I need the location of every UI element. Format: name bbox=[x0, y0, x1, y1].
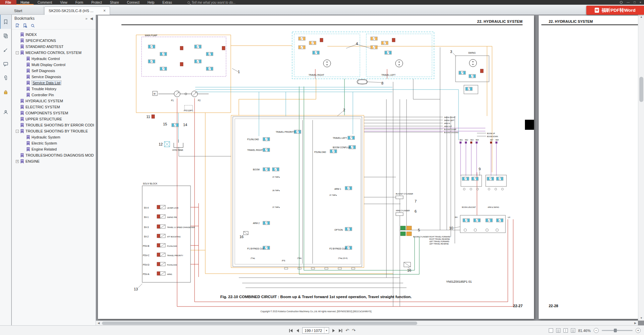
account-icon[interactable] bbox=[620, 1, 623, 4]
scroll-down-icon[interactable]: ▼ bbox=[638, 316, 644, 321]
bookmark-label: TROUBLE SHOOTING BY ERROR CODI bbox=[25, 123, 94, 127]
minimize-button[interactable]: — bbox=[627, 1, 630, 4]
sidebar-item-standard-and-test[interactable]: STANDARD ANDTEST bbox=[12, 44, 96, 50]
sidebar-item-hydraulic-system[interactable]: HYDRAULIC SYSTEM bbox=[12, 98, 96, 104]
tab-document[interactable]: SK200-SK210LC-8 (HS ... × bbox=[44, 6, 110, 15]
zoom-slider-thumb[interactable] bbox=[614, 329, 617, 332]
menu-tab-share[interactable]: Share bbox=[106, 0, 123, 5]
sidebar-item-hydraulic-control[interactable]: Hydraulic Control bbox=[12, 56, 96, 62]
menu-tab-comment[interactable]: Comment bbox=[34, 0, 56, 5]
menu-tab-view[interactable]: View bbox=[56, 0, 71, 5]
bookmark-search-icon[interactable] bbox=[23, 23, 27, 28]
bookmarks-panel-button[interactable] bbox=[0, 15, 11, 29]
next-page-button[interactable] bbox=[332, 328, 335, 333]
menu-tab-extras[interactable]: Extras bbox=[158, 0, 176, 5]
sidebar-item-engine-related[interactable]: Engine Related bbox=[12, 146, 96, 152]
copyright-line: Copyright © 2015 Kobelco Construction Ma… bbox=[98, 310, 534, 313]
sidebar-item-electric-system[interactable]: ELECTRIC SYSTEM bbox=[12, 104, 96, 110]
expand-toggle[interactable]: + bbox=[16, 160, 19, 163]
sidebar-item-components-system[interactable]: COMPONENTS SYSTEM bbox=[12, 110, 96, 116]
comments-panel-button[interactable] bbox=[0, 57, 11, 71]
bookmark-add-icon[interactable] bbox=[15, 23, 19, 28]
expand-options-icon[interactable]: » bbox=[85, 16, 87, 20]
horizontal-scroll-thumb[interactable] bbox=[102, 322, 417, 325]
tab-start[interactable]: Start bbox=[10, 6, 44, 15]
security-panel-button[interactable] bbox=[0, 85, 11, 99]
menu-tab-help[interactable]: Help bbox=[144, 0, 159, 5]
sidebar-item-troubleshooting-by-error-code[interactable]: TROUBLE SHOOTING BY ERROR CODI bbox=[12, 122, 96, 128]
diagram-label: TRAVEL RIGHT bbox=[309, 74, 324, 76]
bookmark-ribbon-icon bbox=[20, 117, 24, 121]
diagram-label: BOOM DOWN bbox=[487, 135, 498, 137]
travel-motors-group bbox=[292, 32, 434, 84]
diagram-label: BUCKET CYLINDER bbox=[396, 193, 413, 195]
single-page-view-icon[interactable] bbox=[549, 328, 553, 333]
diagram-label: SWING bbox=[468, 52, 476, 54]
sidebar-item-troubleshooting-diagnosis-mode[interactable]: TROUBLESHOOTING DIAGNOSIS MOD bbox=[12, 152, 96, 158]
document-view-area[interactable]: 22. HYDRAULIC SYSTEM bbox=[96, 15, 638, 321]
last-page-button[interactable] bbox=[338, 328, 343, 333]
diagram-label: ARM 2 bbox=[253, 222, 260, 224]
tab-document-label: SK200-SK210LC-8 (HS ... bbox=[49, 9, 94, 13]
collapse-toggle[interactable]: - bbox=[16, 130, 19, 133]
first-page-button[interactable] bbox=[288, 328, 293, 333]
scroll-up-icon[interactable]: ▲ bbox=[638, 15, 644, 19]
tell-me-search[interactable]: Tell me what you want to do... bbox=[187, 0, 236, 5]
signature-panel-button[interactable] bbox=[0, 43, 11, 57]
page-number-input[interactable] bbox=[303, 328, 324, 333]
diagram-label: SWING P/B bbox=[167, 216, 177, 218]
menu-tab-connect[interactable]: Connect bbox=[123, 0, 144, 5]
sidebar-item-mechatro-control-system[interactable]: -MECHATRO CONTROL SYSTEM bbox=[12, 50, 96, 56]
sidebar-item-upper-structure[interactable]: UPPER STRUCTURE bbox=[12, 116, 96, 122]
scroll-right-icon[interactable]: ▶ bbox=[633, 321, 638, 326]
sidebar-item-specifications[interactable]: SPECIFICATIONS bbox=[12, 38, 96, 44]
misc-components-group bbox=[138, 44, 480, 288]
zoom-out-button[interactable]: − bbox=[594, 328, 599, 333]
zoom-slider[interactable] bbox=[602, 330, 633, 331]
sidebar-item-controller-pin[interactable]: Controller Pin bbox=[12, 92, 96, 98]
page-dropdown-icon[interactable]: ▾ bbox=[324, 328, 329, 333]
diagram-label: RIGHT TRAVEL FORWARD bbox=[429, 236, 450, 238]
fields-panel-button[interactable] bbox=[0, 105, 11, 119]
callout-number: 4 bbox=[356, 42, 358, 46]
zoom-in-button[interactable]: + bbox=[636, 328, 641, 333]
pdf-to-word-badge[interactable]: 福昕PDF转Word bbox=[586, 6, 644, 15]
continuous-facing-view-icon[interactable] bbox=[571, 328, 575, 333]
tab-close-icon[interactable]: × bbox=[103, 8, 106, 13]
vertical-scroll-thumb[interactable] bbox=[639, 77, 643, 102]
attachments-panel-button[interactable] bbox=[0, 71, 11, 85]
menu-tab-home[interactable]: Home bbox=[16, 0, 34, 5]
continuous-view-icon[interactable] bbox=[556, 328, 560, 333]
horizontal-scrollbar[interactable]: ◀ ▶ bbox=[96, 321, 638, 325]
scroll-left-icon[interactable]: ◀ bbox=[96, 321, 101, 326]
sidebar-item-index[interactable]: INDEX bbox=[12, 32, 96, 38]
facing-view-icon[interactable] bbox=[564, 328, 568, 333]
sidebar-item-multi-display-control[interactable]: Multi Display Control bbox=[12, 62, 96, 68]
sidebar-item-engine[interactable]: +ENGINE bbox=[12, 158, 96, 164]
previous-view-button[interactable]: ↶ bbox=[345, 328, 349, 333]
page-thumbnails-panel-button[interactable] bbox=[0, 29, 11, 43]
vertical-scrollbar[interactable]: ▲ ▼ bbox=[638, 15, 644, 321]
sidebar-item-self-diagnosis[interactable]: Self Diagnosis bbox=[12, 68, 96, 74]
next-view-button[interactable]: ↷ bbox=[352, 328, 356, 333]
sidebar-item-hydraulic-system-trouble[interactable]: Hydraulic System bbox=[12, 134, 96, 140]
menu-tab-form[interactable]: Form bbox=[71, 0, 87, 5]
bookmark-ribbon-icon bbox=[20, 153, 24, 158]
bookmark-filter-icon[interactable] bbox=[31, 23, 35, 28]
previous-page-button[interactable] bbox=[296, 328, 300, 333]
maximize-button[interactable]: □ bbox=[634, 1, 635, 4]
sidebar-item-electric-system-trouble[interactable]: Electric System bbox=[12, 140, 96, 146]
collapse-panel-icon[interactable]: ◀ bbox=[90, 16, 93, 21]
sidebar-item-service-diagnosis[interactable]: Service Diagnosis bbox=[12, 74, 96, 80]
sidebar-item-service-data-list[interactable]: Service Data List bbox=[12, 80, 96, 86]
search-icon bbox=[187, 1, 190, 4]
bookmark-label: COMPONENTS SYSTEM bbox=[25, 111, 68, 115]
sidebar-item-trouble-history[interactable]: Trouble History bbox=[12, 86, 96, 92]
collapse-toggle[interactable]: - bbox=[16, 51, 19, 54]
diagram-label: 37.7MPa bbox=[329, 194, 337, 196]
menu-tab-file[interactable]: File bbox=[0, 0, 16, 5]
window-close-button[interactable]: × bbox=[640, 1, 641, 4]
menu-tab-protect[interactable]: Protect bbox=[87, 0, 106, 5]
cylinders-group bbox=[396, 196, 412, 236]
sidebar-item-troubleshooting-by-trouble[interactable]: -TROUBLE SHOOTING BY TROUBLE bbox=[12, 128, 96, 134]
